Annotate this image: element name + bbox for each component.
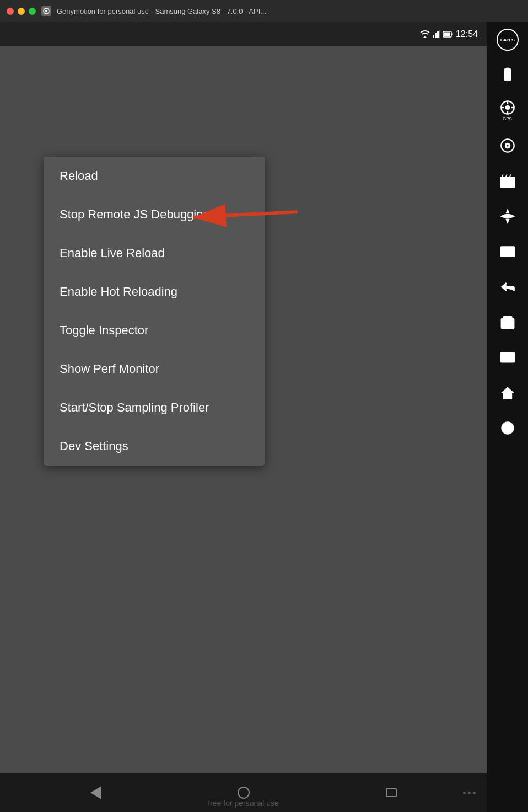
svg-point-25 [506,145,509,147]
main-container: 12:54 Reload Stop Remote JS Debugging En… [0,22,528,812]
status-icons: 12:54 [420,29,478,39]
sidebar-power[interactable] [495,416,520,440]
close-button[interactable] [7,8,14,15]
gapps-icon: GAPPS [497,29,519,51]
svg-marker-33 [501,215,504,218]
svg-rect-35 [505,215,509,218]
sidebar-dpad[interactable] [495,204,520,228]
menu-item-dev-settings[interactable]: Dev Settings [44,427,265,466]
right-sidebar: GAPPS GPS [487,22,528,812]
maximize-button[interactable] [29,8,36,15]
status-time: 12:54 [456,29,478,39]
menu-item-enable-hot-reloading[interactable]: Enable Hot Reloading [44,273,265,311]
more-button[interactable] [463,792,476,794]
gps-label: GPS [503,116,512,121]
app-icon [41,6,51,16]
sidebar-battery[interactable] [495,63,520,87]
sidebar-keyboard[interactable] [495,345,520,370]
svg-point-18 [505,105,509,109]
sidebar-video[interactable] [495,169,520,193]
svg-rect-4 [433,35,434,38]
menu-item-show-perf-monitor[interactable]: Show Perf Monitor [44,350,265,388]
sidebar-back[interactable] [495,275,520,299]
window-title: Genymotion for personal use - Samsung Ga… [57,7,266,15]
menu-item-toggle-inspector[interactable]: Toggle Inspector [44,311,265,350]
signal-icon [433,30,440,38]
svg-rect-42 [503,317,511,320]
video-icon [500,173,515,189]
svg-point-1 [45,10,47,12]
back-button[interactable] [90,786,101,799]
status-bar: 12:54 [0,22,487,46]
svg-marker-34 [510,215,514,218]
arrow-annotation [182,195,303,239]
back-arrow-icon [500,279,515,295]
sidebar-id[interactable] [495,239,520,264]
svg-rect-14 [506,68,509,70]
recent-icon [500,314,515,330]
camera-icon [500,138,515,153]
svg-rect-7 [439,30,440,38]
svg-rect-6 [437,31,439,38]
svg-rect-9 [451,33,452,35]
battery-sidebar-icon [500,67,515,83]
device-screen: 12:54 Reload Stop Remote JS Debugging En… [0,22,487,812]
sidebar-camera[interactable] [495,133,520,158]
sidebar-gapps[interactable]: GAPPS [495,28,520,52]
screen-content: Reload Stop Remote JS Debugging Enable L… [0,46,487,773]
title-bar: Genymotion for personal use - Samsung Ga… [0,0,528,22]
svg-marker-31 [506,210,509,213]
keyboard-icon [500,350,515,365]
svg-marker-53 [501,387,514,399]
home-icon [500,385,515,400]
svg-rect-10 [444,33,450,36]
sidebar-gps[interactable]: GPS [495,98,520,122]
svg-point-3 [424,36,425,38]
watermark: free for personal use [0,799,487,808]
svg-rect-26 [500,177,515,188]
nav-bar: free for personal use [0,773,487,812]
gps-icon [500,100,515,115]
home-button[interactable] [238,787,250,799]
sidebar-home[interactable] [495,381,520,405]
battery-icon [443,31,453,38]
id-icon [500,244,515,259]
menu-item-enable-live-reload[interactable]: Enable Live Reload [44,234,265,273]
dpad-icon [500,209,515,224]
minimize-button[interactable] [18,8,25,15]
menu-item-start-stop-sampling[interactable]: Start/Stop Sampling Profiler [44,388,265,427]
recent-button[interactable] [386,788,397,797]
sidebar-recent[interactable] [495,310,520,334]
menu-item-reload[interactable]: Reload [44,157,265,195]
svg-rect-5 [435,33,437,38]
traffic-lights [7,8,36,15]
power-icon [500,420,515,436]
svg-rect-37 [502,249,506,254]
wifi-icon [420,30,430,38]
svg-marker-32 [506,220,509,223]
svg-line-12 [193,212,298,217]
